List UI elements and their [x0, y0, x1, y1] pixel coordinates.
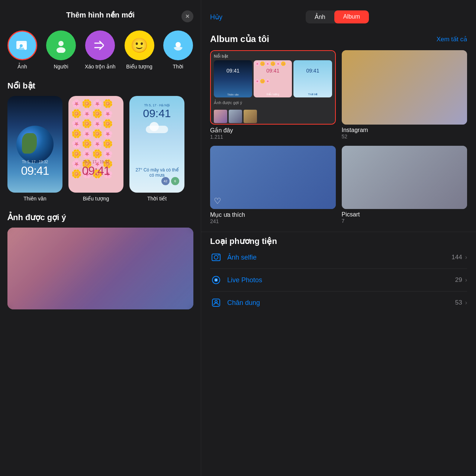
featured-row: Th 5, 17 · 19:32 09:41 Thiên văn 🌸🌼🌸🌼 🌼🌸…	[0, 96, 201, 209]
albums-section-header: Album của tôi Xem tất cả	[201, 29, 476, 50]
weather-label: Thời	[173, 63, 183, 70]
media-types-title: Loại phương tiện	[210, 237, 467, 246]
live-photos-chevron: ›	[465, 277, 467, 283]
close-button[interactable]: ✕	[181, 10, 193, 22]
album-featured[interactable]: Nổi bật 09:41 Thiên văn 🌸🌼🌸 🌼🌸🌼 🌸🌼🌸	[210, 50, 336, 140]
svg-point-2	[20, 44, 23, 47]
svg-point-11	[215, 279, 217, 281]
tab-album[interactable]: Album	[334, 10, 369, 23]
heart-icon: ♡	[214, 196, 221, 206]
svg-point-3	[58, 41, 64, 46]
astro-label: Thiên văn	[23, 196, 46, 202]
left-panel-title: Thêm hình nền mới	[66, 10, 135, 19]
album-favorites[interactable]: ♡ Mục ưa thích 241	[210, 146, 336, 224]
selfie-chevron: ›	[465, 254, 467, 261]
mini-phone-astro: 09:41 Thiên văn	[214, 60, 252, 97]
selfie-label: Ảnh selfie	[227, 253, 257, 261]
suggested-image[interactable]	[7, 228, 193, 309]
photos-label: Ảnh	[17, 63, 27, 70]
suggested-section	[0, 228, 201, 317]
live-photos-icon	[210, 274, 222, 286]
svg-point-13	[215, 300, 217, 303]
portrait-label: Chân dung	[227, 299, 260, 307]
category-row: Ảnh Người Xáo trộn ảnh 🙂	[0, 27, 201, 77]
close-icon: ✕	[185, 13, 190, 19]
right-header: Hủy Ảnh Album	[201, 0, 476, 29]
mini-phone-emoji: 🌸🌼🌸 🌼🌸🌼 🌸🌼🌸 09:41 Biểu tượng	[254, 60, 292, 97]
mini-emoji-label: Biểu tượng	[254, 93, 292, 96]
featured-astro[interactable]: Th 5, 17 · 19:32 09:41 Thiên văn	[7, 96, 62, 202]
picsart-title: Picsart	[342, 211, 467, 218]
mini-weather-label: Thời tiết	[293, 93, 332, 96]
album-picsart[interactable]: Picsart 7	[342, 146, 467, 224]
astro-date: Th 5, 17 · 19:32	[7, 160, 62, 164]
left-header: Thêm hình nền mới ✕	[0, 0, 201, 27]
album-featured-count: 1.211	[210, 134, 336, 140]
svg-point-5	[176, 42, 181, 47]
mini-phones: 09:41 Thiên văn 🌸🌼🌸 🌼🌸🌼 🌸🌼🌸 09:41 Biểu t…	[214, 60, 332, 97]
mini-astro-label: Thiên văn	[214, 93, 252, 96]
picsart-count: 7	[342, 218, 467, 224]
category-emoji[interactable]: 🙂 Biểu tượng	[125, 30, 154, 70]
suggested-section-title: Ảnh được gợi ý	[0, 209, 201, 228]
favorites-title: Mục ưa thích	[210, 211, 336, 218]
svg-point-8	[218, 255, 219, 256]
albums-grid: Nổi bật 09:41 Thiên văn 🌸🌼🌸 🌼🌸🌼 🌸🌼🌸	[201, 50, 476, 232]
people-label: Người	[54, 63, 68, 70]
cancel-button[interactable]: Hủy	[210, 13, 222, 21]
live-photos-count: 29	[455, 276, 462, 284]
album-featured-title: Gần đây	[210, 127, 336, 134]
media-item-portrait[interactable]: Chân dung 53 ›	[210, 292, 467, 314]
live-photos-label: Live Photos	[227, 276, 262, 284]
astro-time: 09:41	[7, 164, 62, 178]
mini-phone-weather: 09:41 Thời tiết	[293, 60, 332, 97]
albums-title: Album của tôi	[210, 34, 269, 44]
selfie-count: 144	[451, 254, 462, 261]
featured-album-thumb: Nổi bật 09:41 Thiên văn 🌸🌼🌸 🌼🌸🌼 🌸🌼🌸	[210, 50, 336, 125]
featured-section-title: Nổi bật	[0, 77, 201, 96]
people-icon	[46, 30, 76, 60]
weather-card-label: Thời tiết	[147, 196, 167, 202]
see-all-button[interactable]: Xem tất cả	[437, 35, 467, 43]
media-list: Ảnh selfie 144 › Li	[210, 246, 467, 314]
category-shuffle[interactable]: Xáo trộn ảnh	[85, 30, 116, 70]
album-instagram[interactable]: Instagram 52	[342, 50, 467, 140]
tab-switcher: Ảnh Album	[306, 10, 369, 23]
selfie-icon	[210, 251, 222, 263]
emoji-label: Biểu tượng	[126, 63, 152, 70]
tab-anh[interactable]: Ảnh	[306, 10, 334, 23]
favorites-thumb: ♡	[210, 146, 336, 209]
favorites-count: 241	[210, 218, 336, 224]
media-item-live-photos[interactable]: Live Photos 29 ›	[210, 269, 467, 292]
featured-album-top-label: Nổi bật	[214, 54, 332, 59]
astro-card: Th 5, 17 · 19:32 09:41	[7, 96, 62, 193]
suggested-row-label: Ảnh được gợi ý	[214, 99, 332, 107]
media-item-selfie[interactable]: Ảnh selfie 144 ›	[210, 246, 467, 269]
portrait-chevron: ›	[465, 299, 467, 306]
photos-icon	[7, 30, 37, 60]
portrait-count: 53	[455, 299, 462, 306]
emoji-card: 🌸🌼🌸🌼 🌼🌸🌼🌸 🌸🌼🌸🌼 🌼🌸🌼🌸 🌸🌼🌸🌼 🌼🌸🌼🌸 🌸🌼🌸🌼 🌼🌸🌼🌸 …	[68, 96, 123, 193]
emoji-icon: 🙂	[125, 30, 154, 60]
mini-suggested	[214, 108, 332, 125]
featured-emoji-card[interactable]: 🌸🌼🌸🌼 🌼🌸🌼🌸 🌸🌼🌸🌼 🌼🌸🌼🌸 🌸🌼🌸🌼 🌼🌸🌼🌸 🌸🌼🌸🌼 🌼🌸🌼🌸 …	[68, 96, 123, 202]
right-panel: Hủy Ảnh Album Album của tôi Xem tất cả N…	[201, 0, 476, 476]
weather-card: Th 5, 17 · Hà Nội 09:41 27° Có mây và có…	[129, 96, 184, 193]
category-photos[interactable]: Ảnh	[7, 30, 37, 70]
instagram-thumb	[342, 50, 467, 125]
left-panel: Thêm hình nền mới ✕ Ảnh	[0, 0, 201, 476]
shuffle-icon	[85, 30, 115, 60]
media-types-section: Loại phương tiện Ảnh selfie 144	[201, 232, 476, 321]
picsart-thumb	[342, 146, 467, 209]
svg-point-7	[214, 255, 218, 259]
category-people[interactable]: Người	[46, 30, 76, 70]
instagram-title: Instagram	[342, 127, 467, 134]
shuffle-label: Xáo trộn ảnh	[85, 63, 116, 70]
instagram-count: 52	[342, 134, 467, 139]
weather-icon	[163, 30, 193, 60]
portrait-icon	[210, 297, 222, 309]
svg-point-4	[57, 47, 65, 53]
emoji-card-label: Biểu tượng	[83, 196, 109, 202]
category-weather[interactable]: Thời	[163, 30, 193, 70]
featured-weather-card[interactable]: Th 5, 17 · Hà Nội 09:41 27° Có mây và có…	[129, 96, 184, 202]
